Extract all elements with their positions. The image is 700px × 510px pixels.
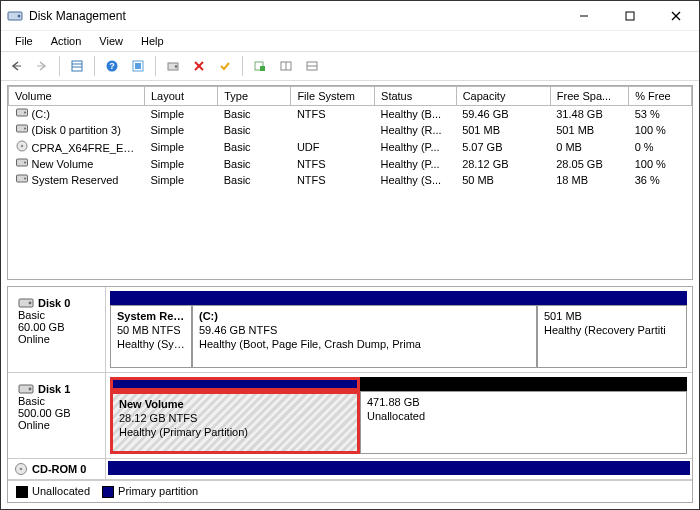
col-capacity[interactable]: Capacity [456,87,550,106]
tool-b-button[interactable] [275,55,297,77]
partition[interactable]: 501 MBHealthy (Recovery Partiti [537,291,687,368]
drive-icon [15,174,29,186]
svg-point-1 [18,14,21,17]
col-layout[interactable]: Layout [144,87,217,106]
svg-point-38 [29,388,32,391]
drive-icon [15,158,29,170]
partition[interactable]: New Volume28.12 GB NTFSHealthy (Primary … [110,377,360,454]
properties-button[interactable] [66,55,88,77]
refresh-button[interactable] [127,55,149,77]
table-row[interactable]: System ReservedSimpleBasicNTFSHealthy (S… [9,172,692,188]
window-title: Disk Management [29,9,126,23]
menu-help[interactable]: Help [133,33,172,49]
tool-c-button[interactable] [301,55,323,77]
svg-rect-3 [626,12,634,20]
partition[interactable]: (C:)59.46 GB NTFSHealthy (Boot, Page Fil… [192,291,537,368]
col-pct[interactable]: % Free [629,87,692,106]
col-type[interactable]: Type [218,87,291,106]
menubar: File Action View Help [1,31,699,51]
disk-icon [18,383,34,395]
col-status[interactable]: Status [375,87,457,106]
svg-point-28 [24,128,26,130]
svg-rect-20 [260,66,265,71]
menu-view[interactable]: View [91,33,131,49]
volume-list[interactable]: Volume Layout Type File System Status Ca… [7,85,693,280]
svg-rect-14 [135,63,141,69]
help-button[interactable]: ? [101,55,123,77]
close-button[interactable] [653,1,699,31]
svg-point-34 [24,178,26,180]
delete-button[interactable] [188,55,210,77]
cdrom-partition[interactable] [108,461,690,475]
disc-icon [15,140,29,154]
maximize-button[interactable] [607,1,653,31]
settings-button[interactable] [162,55,184,77]
tool-a-button[interactable] [249,55,271,77]
disk-1-header[interactable]: Disk 1 Basic 500.00 GB Online [8,373,106,458]
partition[interactable]: System Rese50 MB NTFSHealthy (Syste [110,291,192,368]
svg-point-16 [175,65,177,67]
forward-button[interactable] [31,55,53,77]
cdrom-0-header[interactable]: CD-ROM 0 [8,459,106,479]
menu-action[interactable]: Action [43,33,90,49]
table-row[interactable]: New VolumeSimpleBasicNTFSHealthy (P...28… [9,156,692,172]
window: Disk Management File Action View Help ? [0,0,700,510]
partition[interactable]: 471.88 GBUnallocated [360,377,687,454]
col-free[interactable]: Free Spa... [550,87,628,106]
col-fs[interactable]: File System [291,87,375,106]
menu-file[interactable]: File [7,33,41,49]
table-row[interactable]: CPRA_X64FRE_EN-...SimpleBasicUDFHealthy … [9,138,692,156]
disk-mgmt-icon [7,8,23,24]
svg-text:?: ? [109,61,115,71]
legend-unallocated-swatch [16,486,28,498]
back-button[interactable] [5,55,27,77]
legend: Unallocated Primary partition [8,480,692,502]
table-row[interactable]: (C:)SimpleBasicNTFSHealthy (B...59.46 GB… [9,106,692,123]
col-volume[interactable]: Volume [9,87,145,106]
drive-icon [15,108,29,120]
svg-point-36 [29,302,32,305]
drive-icon [15,124,29,136]
disk-0-header[interactable]: Disk 0 Basic 60.00 GB Online [8,287,106,372]
disk-icon [18,297,34,309]
legend-primary-swatch [102,486,114,498]
column-headers[interactable]: Volume Layout Type File System Status Ca… [9,87,692,106]
toolbar: ? [1,51,699,81]
minimize-button[interactable] [561,1,607,31]
svg-point-40 [20,468,23,471]
titlebar: Disk Management [1,1,699,31]
disc-icon [14,462,28,476]
svg-point-32 [24,162,26,164]
svg-point-30 [20,145,22,147]
svg-rect-8 [72,61,82,71]
svg-point-26 [24,112,26,114]
disk-map: Disk 0 Basic 60.00 GB Online System Rese… [7,286,693,503]
table-row[interactable]: (Disk 0 partition 3)SimpleBasicHealthy (… [9,122,692,138]
apply-button[interactable] [214,55,236,77]
